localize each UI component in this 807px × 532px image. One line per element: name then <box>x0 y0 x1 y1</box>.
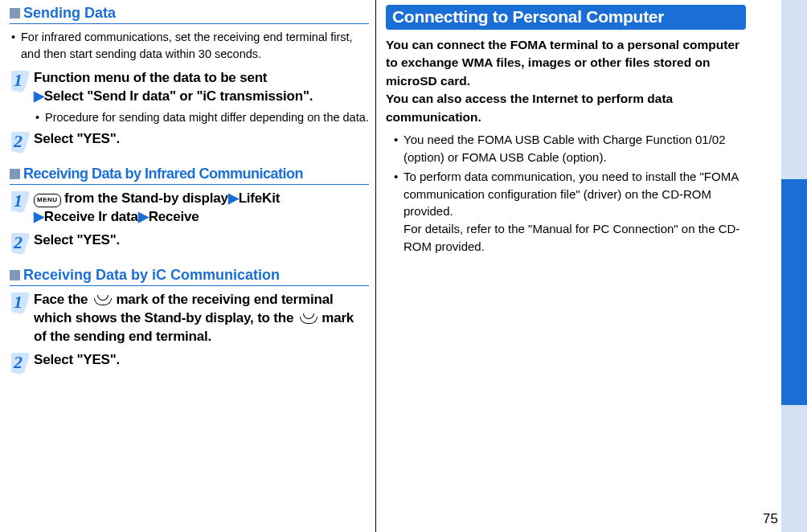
note-text: • For infrared communications, set the r… <box>10 29 369 63</box>
step-text-part: Face the <box>34 292 92 307</box>
subheading-sending-data: Sending Data <box>10 5 369 24</box>
menu-key-icon: MENU <box>34 194 61 207</box>
step-item: 1 Function menu of the data to be sent ▶… <box>10 69 369 125</box>
step-instruction: Select "YES". <box>34 130 369 149</box>
subheading-text: Receiving Data by iC Communication <box>23 267 280 284</box>
subheading-ic: Receiving Data by iC Communication <box>10 267 369 286</box>
note-body: For infrared communications, set the rec… <box>21 29 369 63</box>
subheading-text: Sending Data <box>23 5 116 22</box>
step-text-part: Receive Ir data <box>44 209 138 224</box>
bullet-text: To perform data communication, you need … <box>404 168 746 256</box>
bullet-dot-icon: • <box>11 29 21 63</box>
left-column: Sending Data • For infrared communicatio… <box>0 0 376 532</box>
step-item: 2 Select "YES". <box>10 231 369 256</box>
step-subnote-text: Procedure for sending data might differ … <box>45 109 369 125</box>
step-text-part: LifeKit <box>239 190 280 206</box>
page-number: 75 <box>763 511 778 527</box>
step-item: 2 Select "YES". <box>10 351 369 375</box>
step-number: 2 <box>14 232 23 253</box>
square-bullet-icon <box>10 169 20 179</box>
bullet-item: • To perform data communication, you nee… <box>386 168 746 256</box>
step-number: 1 <box>14 292 23 313</box>
tab-segment <box>781 405 807 532</box>
step-number: 2 <box>14 352 23 373</box>
step-instruction: MENU from the Stand-by display▶LifeKit ▶… <box>34 190 369 227</box>
step-instruction: Face the mark of the receiving end termi… <box>34 291 369 346</box>
step-item: 1 Face the mark of the receiving end ter… <box>10 291 369 346</box>
step-subnote: • Procedure for sending data might diffe… <box>34 109 369 125</box>
step-number: 1 <box>14 190 23 211</box>
subheading-infrared: Receiving Data by Infrared Communication <box>10 166 369 185</box>
section-heading: Connectting to Personal Computer <box>386 5 746 30</box>
arrow-icon: ▶ <box>34 88 44 104</box>
side-tab: More Convenient 75 <box>758 0 807 532</box>
step-number: 2 <box>14 131 23 152</box>
side-tab-label: More Convenient <box>748 248 761 346</box>
step-instruction: Function menu of the data to be sent ▶Se… <box>34 69 369 106</box>
arrow-icon: ▶ <box>34 209 44 224</box>
square-bullet-icon <box>10 8 20 18</box>
step-number-badge: 2 <box>10 351 32 375</box>
step-instruction: Select "YES". <box>34 231 369 250</box>
step-number-badge: 2 <box>10 231 32 256</box>
step-number-badge: 2 <box>10 130 32 154</box>
step-text-part: from the Stand-by display <box>61 190 228 206</box>
right-column: Connectting to Personal Computer You can… <box>376 0 752 532</box>
felica-mark-icon <box>297 310 318 325</box>
bullet-item: • You need the FOMA USB Cable with Charg… <box>386 131 746 166</box>
step-text-part: Select "Send Ir data" or "iC transmissio… <box>44 88 313 104</box>
step-text-part: Function menu of the data to be sent <box>34 70 267 85</box>
step-number: 1 <box>14 70 23 91</box>
step-number-badge: 1 <box>10 190 32 214</box>
tab-segment-active <box>781 179 807 405</box>
bullet-dot-icon: • <box>35 109 45 125</box>
bullet-text: You need the FOMA USB Cable with Charge … <box>404 131 746 166</box>
felica-mark-icon <box>92 292 113 306</box>
step-number-badge: 1 <box>10 291 32 315</box>
tab-segment <box>781 0 807 179</box>
bullet-dot-icon: • <box>394 131 404 166</box>
step-item: 2 Select "YES". <box>10 130 369 154</box>
step-instruction: Select "YES". <box>34 351 369 370</box>
square-bullet-icon <box>10 270 20 280</box>
step-number-badge: 1 <box>10 69 32 93</box>
arrow-icon: ▶ <box>138 209 149 224</box>
intro-text: You can connect the FOMA terminal to a p… <box>386 36 746 126</box>
step-item: 1 MENU from the Stand-by display▶LifeKit… <box>10 190 369 227</box>
subheading-text: Receiving Data by Infrared Communication <box>23 166 303 182</box>
step-text-part: Receive <box>149 209 199 224</box>
bullet-dot-icon: • <box>394 168 404 256</box>
arrow-icon: ▶ <box>228 190 239 206</box>
